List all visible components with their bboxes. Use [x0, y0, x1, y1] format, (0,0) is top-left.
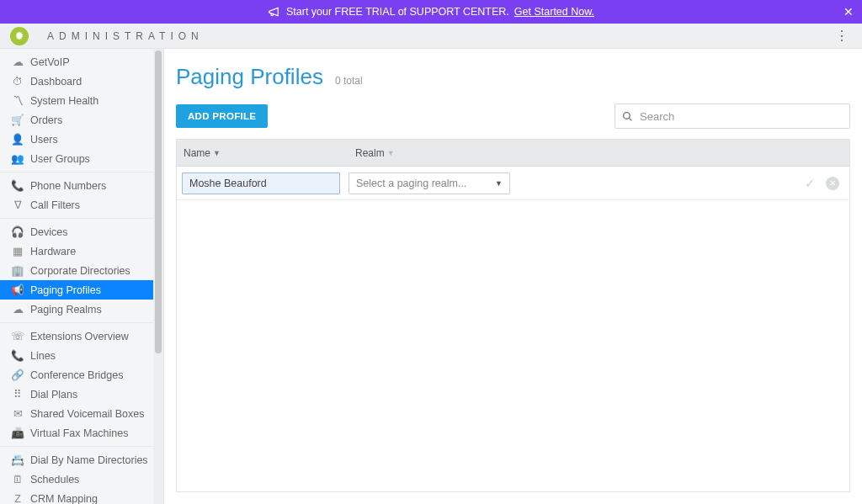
search-input[interactable] — [640, 110, 843, 123]
sidebar-item-users[interactable]: 👤Users — [0, 130, 153, 149]
app-logo[interactable] — [10, 27, 29, 45]
sidebar-item-usergroups[interactable]: 👥User Groups — [0, 149, 153, 168]
sidebar-item-label: System Health — [30, 95, 98, 107]
calendar-icon: 🗓 — [10, 474, 25, 485]
phoneext-icon: ☏ — [10, 330, 25, 342]
sidebar-item-label: Call Filters — [30, 199, 80, 211]
sidebar-item-extover[interactable]: ☏Extensions Overview — [0, 326, 153, 346]
filter-icon: ∇ — [10, 199, 25, 211]
realm-dropdown[interactable]: Select a paging realm... ▼ — [349, 172, 510, 194]
column-header-realm[interactable]: Realm ▼ — [349, 147, 517, 159]
sidebar-item-paging[interactable]: 📢Paging Profiles — [0, 280, 153, 300]
promo-cta-link[interactable]: Get Started Now. — [514, 6, 594, 18]
svg-line-1 — [629, 118, 631, 120]
kebab-menu-icon[interactable]: ⋮ — [832, 28, 852, 44]
gauge-icon: ⏱ — [10, 76, 25, 88]
sidebar-item-label: Extensions Overview — [30, 331, 129, 342]
voicemail-icon: ✉ — [10, 407, 25, 420]
main-content: Paging Profiles 0 total ADD PROFILE Name… — [164, 49, 862, 504]
megaphone-icon — [268, 6, 279, 18]
bridge-icon: 🔗 — [10, 369, 25, 381]
sidebar-item-crm[interactable]: ZCRM Mapping — [0, 489, 153, 504]
sidebar-item-confbridge[interactable]: 🔗Conference Bridges — [0, 365, 153, 385]
sidebar-item-label: Dial Plans — [30, 389, 77, 401]
sidebar-item-dashboard[interactable]: ⏱Dashboard — [0, 72, 153, 91]
dialpad-icon: ⠿ — [10, 388, 25, 401]
sidebar-item-label: Users — [30, 134, 58, 146]
sidebar-item-label: Phone Numbers — [30, 180, 106, 192]
table-row: Select a paging realm... ▼ ✓ ✕ — [177, 167, 849, 200]
sidebar-item-label: Paging Profiles — [30, 284, 101, 296]
phone-icon: 📞 — [10, 179, 25, 192]
svg-point-0 — [624, 112, 631, 119]
sidebar: ☁GetVoIP⏱Dashboard〽System Health🛒Orders👤… — [0, 49, 164, 504]
cancel-icon[interactable]: ✕ — [826, 177, 839, 190]
profiles-table: Name ▼ Realm ▼ Select a paging realm... … — [176, 139, 850, 492]
sidebar-item-label: Lines — [30, 350, 56, 362]
page-title: Paging Profiles — [176, 64, 323, 90]
sidebar-item-label: Hardware — [30, 246, 76, 257]
sidebar-item-label: Schedules — [30, 474, 79, 485]
cart-icon: 🛒 — [10, 114, 25, 126]
building-icon: 🏢 — [10, 264, 25, 277]
page-count: 0 total — [335, 75, 363, 87]
search-icon — [622, 111, 633, 122]
cloud-icon: ☁ — [10, 56, 25, 68]
sidebar-item-label: GetVoIP — [30, 56, 70, 68]
directory-icon: 📇 — [10, 454, 25, 466]
sidebar-scrollbar[interactable] — [153, 49, 163, 504]
scrollbar-thumb[interactable] — [155, 50, 162, 353]
sidebar-item-callfilters[interactable]: ∇Call Filters — [0, 195, 153, 215]
sidebar-item-label: Shared Voicemail Boxes — [30, 408, 145, 420]
app-title: ADMINISTRATION — [47, 30, 204, 42]
pulse-icon: 〽 — [10, 95, 25, 107]
sort-caret-icon: ▼ — [213, 149, 221, 157]
sidebar-item-phone[interactable]: 📞Phone Numbers — [0, 176, 153, 195]
promo-banner: Start your FREE TRIAL of SUPPORT CENTER.… — [0, 0, 862, 24]
sort-caret-icon: ▼ — [387, 149, 395, 157]
close-icon[interactable]: ✕ — [843, 6, 854, 18]
sidebar-item-label: Dashboard — [30, 76, 82, 88]
user-icon: 👤 — [10, 133, 25, 146]
sidebar-item-label: CRM Mapping — [30, 493, 98, 505]
app-header: ADMINISTRATION ⋮ — [0, 24, 862, 49]
sidebar-item-corpdir[interactable]: 🏢Corporate Directories — [0, 261, 153, 280]
cloud-icon: ☁ — [10, 303, 25, 316]
sidebar-item-getvoip[interactable]: ☁GetVoIP — [0, 52, 153, 72]
phone-icon: 📞 — [10, 349, 25, 362]
grid-icon: ▦ — [10, 245, 25, 257]
sidebar-item-lines[interactable]: 📞Lines — [0, 346, 153, 365]
promo-text: Start your FREE TRIAL of SUPPORT CENTER. — [286, 6, 509, 18]
megaphone-icon: 📢 — [10, 284, 25, 296]
sidebar-item-devices[interactable]: 🎧Devices — [0, 222, 153, 241]
sidebar-item-vfax[interactable]: 📠Virtual Fax Machines — [0, 423, 153, 443]
add-profile-button[interactable]: ADD PROFILE — [176, 104, 268, 128]
sidebar-item-dialplans[interactable]: ⠿Dial Plans — [0, 385, 153, 404]
search-field[interactable] — [615, 103, 850, 129]
table-header: Name ▼ Realm ▼ — [177, 140, 849, 167]
fax-icon: 📠 — [10, 427, 25, 439]
sidebar-item-schedules[interactable]: 🗓Schedules — [0, 470, 153, 489]
sidebar-item-orders[interactable]: 🛒Orders — [0, 110, 153, 130]
sidebar-item-dialbyname[interactable]: 📇Dial By Name Directories — [0, 450, 153, 470]
chevron-down-icon: ▼ — [495, 179, 503, 188]
sidebar-item-label: Virtual Fax Machines — [30, 427, 129, 439]
sidebar-item-sharedvm[interactable]: ✉Shared Voicemail Boxes — [0, 404, 153, 423]
sidebar-item-label: Orders — [30, 114, 62, 126]
sidebar-item-label: Devices — [30, 226, 67, 238]
profile-name-input[interactable] — [182, 172, 340, 194]
sidebar-item-hardware[interactable]: ▦Hardware — [0, 241, 153, 261]
sidebar-item-health[interactable]: 〽System Health — [0, 91, 153, 110]
sidebar-item-label: Paging Realms — [30, 304, 102, 316]
crm-icon: Z — [10, 493, 25, 505]
headset-icon: 🎧 — [10, 225, 25, 238]
users-icon: 👥 — [10, 152, 25, 165]
column-header-name[interactable]: Name ▼ — [177, 147, 349, 159]
realm-dropdown-placeholder: Select a paging realm... — [356, 178, 466, 189]
sidebar-item-realms[interactable]: ☁Paging Realms — [0, 300, 153, 319]
sidebar-item-label: User Groups — [30, 153, 90, 165]
sidebar-item-label: Conference Bridges — [30, 369, 123, 381]
confirm-icon[interactable]: ✓ — [805, 176, 816, 191]
sidebar-item-label: Corporate Directories — [30, 265, 130, 277]
sidebar-item-label: Dial By Name Directories — [30, 454, 148, 466]
